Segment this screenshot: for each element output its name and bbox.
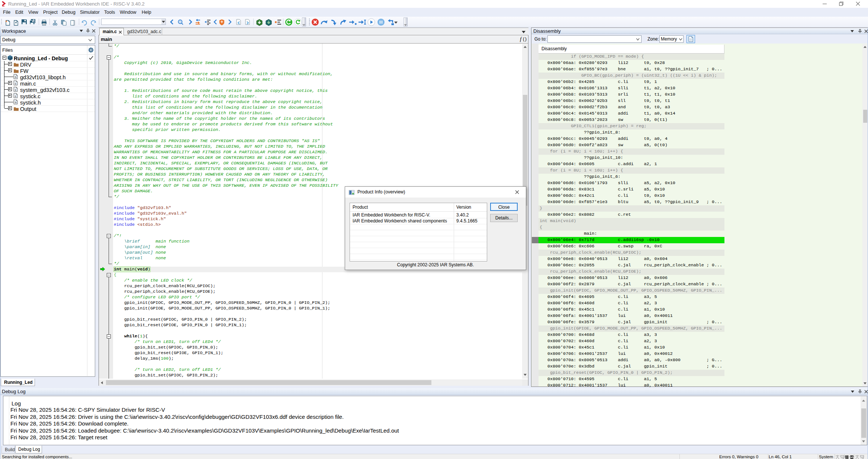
- svg-text:h: h: [15, 76, 16, 79]
- svg-text:c: c: [15, 88, 16, 92]
- svg-text:c: c: [15, 94, 16, 98]
- svg-text:c: c: [15, 82, 16, 85]
- svg-text:h: h: [15, 101, 16, 104]
